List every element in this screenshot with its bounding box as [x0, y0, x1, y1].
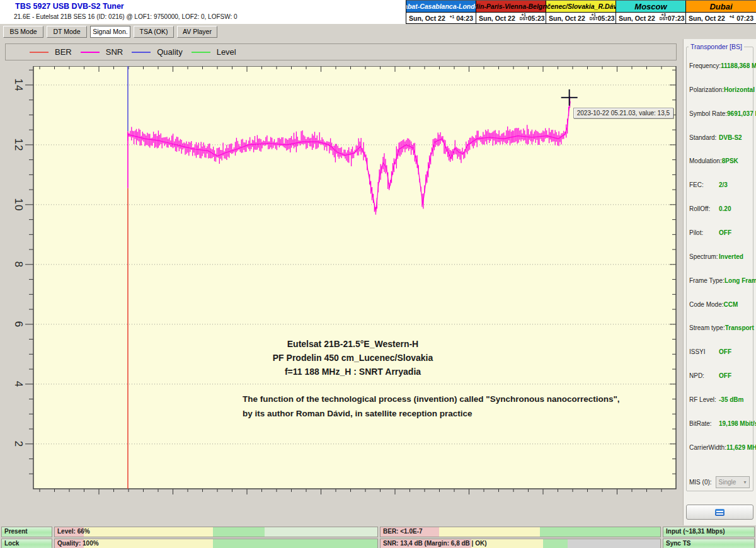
bar-zone: [439, 527, 540, 537]
transponder-row: ISSYIOFF: [689, 348, 753, 356]
chart-annotation-invention: The function of the technological proces…: [243, 392, 671, 421]
stream-list-button[interactable]: [686, 505, 753, 520]
param-label: CarrierWidth:: [689, 443, 726, 452]
param-value: OFF: [719, 229, 731, 236]
param-label: Modulation:: [689, 157, 722, 165]
clock-date-time: Sun, Oct 22+1DST05:23: [476, 13, 546, 24]
y-axis-tick-label: 8: [12, 261, 25, 268]
legend-label: SNR: [106, 47, 123, 57]
main-content: BERSNRQualityLevel 2468101214 Eutelsat 2…: [0, 39, 756, 525]
tab-bs-mode[interactable]: BS Mode: [3, 26, 43, 38]
param-label: Code Mode:: [689, 300, 723, 309]
param-value: 11188,368 MHz: [721, 62, 756, 69]
clock-utc-offset: +1DST: [520, 13, 528, 21]
world-clock: Lučenec/Slovakia_R.DávidSun, Oct 22+1DST…: [546, 1, 616, 24]
param-label: Frame Type:: [689, 277, 724, 285]
world-clocks: Rabat-Casablanca-LondonSun, Oct 22+104:2…: [406, 0, 756, 24]
snr-plot: [24, 66, 680, 499]
transponder-row: Spectrum:Inverted: [689, 253, 753, 261]
transponder-row: Modulation:8PSK: [689, 157, 753, 165]
transponder-row: Pilot:OFF: [689, 229, 753, 237]
clock-time: 05:23: [528, 14, 545, 22]
quality-label: Quality: 100%: [57, 540, 99, 547]
bar-zone: [540, 527, 660, 537]
param-value: Long Frame: [724, 277, 756, 284]
param-label: Standard:: [689, 134, 719, 142]
world-clock: MoscowSun, Oct 22+3DST07:23: [616, 1, 686, 24]
param-label: RF Level:: [689, 396, 719, 404]
world-clock: Rabat-Casablanca-LondonSun, Oct 22+104:2…: [406, 1, 476, 24]
tab-av-player[interactable]: AV Player: [177, 26, 217, 38]
input-bar: Input (~18,31 Mbps): [663, 527, 755, 537]
annotation-line: Eutelsat 21B-21.5°E_Western-H: [239, 337, 466, 351]
param-value: Transport: [725, 324, 754, 331]
top-bar: TBS 5927 USB DVB-S2 Tuner 21.6E - Eutels…: [0, 0, 756, 24]
transponder-row: FEC:2/3: [689, 181, 753, 189]
list-icon: [715, 509, 724, 516]
y-axis-tick-label: 2: [12, 441, 25, 447]
clock-date: Sun, Oct 22: [549, 14, 585, 22]
present-label: Present: [4, 528, 28, 535]
world-clock: Berlin-Paris-Vienna-BelgradeSun, Oct 22+…: [476, 1, 546, 24]
mis-label: MIS (0):: [689, 479, 712, 486]
transponder-row: BitRate:19,198 Mbit/s: [689, 420, 753, 428]
legend-item-quality: Quality: [132, 47, 182, 57]
clock-date-time: Sun, Oct 22+1DST05:23: [546, 13, 616, 24]
clock-date: Sun, Oct 22: [409, 14, 445, 22]
bar-zone: [213, 527, 265, 537]
clock-date: Sun, Oct 22: [689, 14, 725, 22]
y-axis-tick-label: 12: [12, 138, 25, 151]
tab-dt-mode[interactable]: DT Mode: [47, 26, 87, 38]
clock-city-label: Lučenec/Slovakia_R.Dávid: [546, 1, 616, 13]
transponder-row: CarrierWidth:11,629 MHz: [689, 443, 753, 452]
param-label: ISSYI: [689, 348, 719, 356]
legend-line-swatch: [81, 52, 100, 53]
level-bar: Level: 66%: [54, 527, 378, 537]
mis-dropdown[interactable]: Single ▾: [716, 476, 750, 488]
sync-ts-bar: Sync TS: [663, 539, 755, 548]
signal-status-bars: PresentLevel: 66%BER: <1.0E-7Input (~18,…: [0, 525, 756, 548]
bar-zone: [568, 539, 660, 548]
app-title: TBS 5927 USB DVB-S2 Tuner: [15, 2, 124, 11]
chart-legend: BERSNRQualityLevel: [5, 43, 677, 60]
transponder-row: Frame Type:Long Frame: [689, 277, 753, 285]
clock-date: Sun, Oct 22: [479, 14, 515, 22]
legend-item-level: Level: [192, 47, 236, 57]
lock-label: Lock: [4, 540, 19, 547]
clock-time: 04:23: [456, 14, 473, 22]
annotation-line: The function of the technological proces…: [243, 392, 671, 406]
chart-annotation-reception: Eutelsat 21B-21.5°E_Western-H PF Prodeli…: [239, 337, 466, 379]
legend-line-swatch: [30, 52, 49, 53]
param-label: BitRate:: [689, 420, 719, 428]
world-clock: DubaiSun, Oct 22+407:23: [686, 1, 756, 24]
snr-bar: SNR: 13,4 dB (Margin: 6,8 dB | OK): [380, 539, 661, 548]
tab-bar: BS ModeDT ModeSignal Mon.TSA (OK)AV Play…: [0, 24, 756, 39]
clock-utc-offset: +3DST: [660, 13, 668, 21]
tab-tsa-ok[interactable]: TSA (OK): [134, 26, 174, 38]
legend-item-snr: SNR: [81, 47, 123, 57]
clock-time: 07:23: [668, 14, 685, 22]
param-value: 19,198 Mbit/s: [719, 420, 756, 427]
param-value: Horizontal: [724, 86, 755, 93]
lock-bar: Lock: [1, 539, 52, 548]
transponder-row: Polarization:Horizontal: [689, 86, 753, 94]
param-label: RollOff:: [689, 205, 719, 213]
transponder-group-title: Transponder [BS]: [689, 43, 744, 50]
clock-time: 07:23: [736, 14, 753, 22]
transponder-row: Symbol Rate:9691,037 KS/s: [689, 110, 753, 118]
y-axis-tick-label: 6: [12, 321, 25, 328]
clock-utc-offset: +1: [450, 15, 454, 19]
tab-signal-mon[interactable]: Signal Mon.: [90, 26, 130, 38]
transponder-row: Frequency:11188,368 MHz: [689, 62, 753, 70]
legend-label: BER: [55, 47, 72, 57]
annotation-line: by its author Roman Dávid, in satellite …: [243, 406, 671, 421]
bar-zone: [84, 539, 213, 548]
annotation-line: f=11 188 MHz_H : SNRT Arryadia: [239, 365, 466, 379]
ber-label: BER: <1.0E-7: [383, 528, 423, 535]
param-label: Polarization:: [689, 86, 724, 94]
transponder-row: Standard:DVB-S2: [689, 134, 753, 142]
clock-date-time: Sun, Oct 22+104:23: [406, 13, 476, 24]
param-label: Stream type:: [689, 324, 725, 332]
bar-zone: [84, 527, 213, 537]
tuner-status-line: 21.6E - Eutelsat 21B SES 16 (ID: 0216) @…: [14, 13, 238, 20]
